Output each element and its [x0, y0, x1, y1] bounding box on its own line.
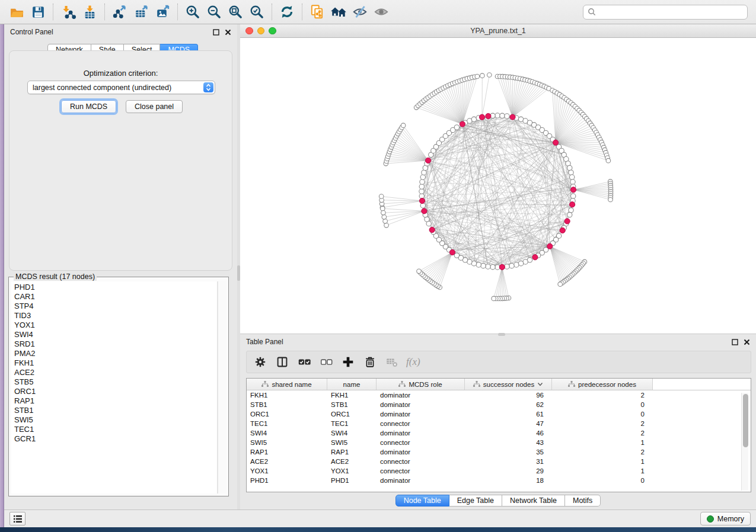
result-node-item[interactable]: SWI4 — [14, 330, 217, 339]
search-icon — [588, 8, 596, 16]
close-panel-icon[interactable] — [225, 29, 231, 36]
column-header-label: successor nodes — [483, 381, 534, 388]
table-row[interactable]: TEC1TEC1connector472 — [247, 419, 751, 428]
float-panel-icon[interactable] — [732, 339, 738, 345]
zoom-fit-icon[interactable] — [225, 2, 246, 22]
delete-column-icon[interactable] — [361, 353, 379, 371]
result-node-item[interactable]: STB1 — [14, 406, 217, 415]
network-graph[interactable] — [240, 38, 756, 334]
import-network-icon[interactable] — [58, 2, 79, 22]
create-column-icon[interactable] — [339, 353, 357, 371]
cell-successor-nodes: 96 — [465, 392, 552, 399]
cell-name: SWI4 — [327, 430, 377, 437]
result-node-item[interactable]: FKH1 — [14, 358, 217, 368]
result-node-item[interactable]: PHD1 — [14, 283, 217, 292]
cell-MCDS-role: dominator — [377, 411, 465, 418]
refresh-icon[interactable] — [276, 2, 298, 22]
cell-predecessor-nodes: 0 — [552, 401, 653, 408]
select-all-rows-icon[interactable] — [295, 353, 313, 371]
cell-successor-nodes: 61 — [465, 411, 552, 418]
mcds-result-scrollbar[interactable] — [218, 281, 226, 493]
show-columns-icon[interactable] — [273, 353, 291, 371]
network-titlebar[interactable]: YPA_prune.txt_1 — [240, 24, 756, 38]
result-node-item[interactable]: SRD1 — [14, 339, 217, 349]
tab-edge-table[interactable]: Edge Table — [449, 495, 502, 507]
tab-motifs[interactable]: Motifs — [565, 495, 601, 507]
sort-descending-icon — [537, 382, 543, 386]
column-header-successor-nodes[interactable]: successor nodes — [465, 379, 552, 390]
table-scrollbar-thumb[interactable] — [743, 394, 748, 447]
criterion-dropdown[interactable]: largest connected component (undirected) — [27, 81, 215, 94]
tab-network-table[interactable]: Network Table — [502, 495, 565, 507]
table-row[interactable]: FKH1FKH1dominator962 — [247, 390, 751, 400]
cell-shared-name: SWI5 — [247, 439, 327, 446]
column-header-MCDS-role[interactable]: MCDS role — [377, 379, 465, 390]
table-row[interactable]: STB1STB1dominator620 — [247, 400, 751, 409]
open-file-icon[interactable] — [6, 2, 27, 22]
table-row[interactable]: PHD1PHD1dominator180 — [247, 476, 751, 485]
search-input[interactable] — [599, 8, 743, 16]
result-node-item[interactable]: GCR1 — [14, 434, 217, 444]
result-node-item[interactable]: STP4 — [14, 302, 217, 311]
result-node-item[interactable]: PMA2 — [14, 349, 217, 358]
cell-shared-name: SWI4 — [247, 430, 327, 437]
table-tabs: Node TableEdge TableNetwork TableMotifs — [240, 495, 756, 507]
zoom-selected-icon[interactable] — [246, 2, 267, 22]
result-node-item[interactable]: TID3 — [14, 311, 217, 321]
network-window: YPA_prune.txt_1 — [240, 24, 756, 334]
table-row[interactable]: SWI5SWI5connector431 — [247, 438, 751, 447]
first-neighbors-icon[interactable] — [328, 2, 349, 22]
result-node-item[interactable]: YOX1 — [14, 321, 217, 330]
task-history-button[interactable] — [9, 512, 25, 525]
column-header-shared-name[interactable]: shared name — [247, 379, 327, 390]
table-panel-titlebar: Table Panel — [240, 334, 756, 350]
column-header-predecessor-nodes[interactable]: predecessor nodes — [552, 379, 653, 390]
result-node-item[interactable]: STB5 — [14, 377, 217, 387]
hide-selected-icon[interactable] — [349, 2, 371, 22]
copy-style-icon[interactable] — [307, 2, 328, 22]
toolbar-separator — [302, 4, 302, 20]
search-box[interactable] — [583, 5, 748, 20]
cell-name: TEC1 — [327, 420, 377, 427]
memory-button[interactable]: Memory — [700, 512, 751, 525]
cell-MCDS-role: dominator — [377, 401, 465, 408]
result-node-item[interactable]: SWI5 — [14, 415, 217, 425]
memory-label: Memory — [717, 515, 744, 523]
zoom-in-icon[interactable] — [182, 2, 203, 22]
run-mcds-button[interactable]: Run MCDS — [61, 100, 116, 113]
save-session-icon[interactable] — [27, 2, 49, 22]
control-panel-title: Control Panel — [10, 28, 53, 36]
table-row[interactable]: ORC1ORC1dominator610 — [247, 409, 751, 419]
result-node-item[interactable]: TEC1 — [14, 425, 217, 434]
mcds-result-group: MCDS result (17 nodes) PHD1CAR1STP4TID3Y… — [8, 277, 229, 496]
show-all-icon[interactable] — [371, 2, 392, 22]
close-panel-button[interactable]: Close panel — [126, 100, 183, 113]
export-image-icon[interactable] — [152, 2, 173, 22]
cell-predecessor-nodes: 1 — [552, 439, 653, 446]
import-table-icon[interactable] — [79, 2, 100, 22]
table-scrollbar[interactable] — [741, 393, 748, 491]
mcds-result-list[interactable]: PHD1CAR1STP4TID3YOX1SWI4SRD1PMA2FKH1ACE2… — [11, 281, 218, 493]
table-toolbar: f(x) — [246, 351, 751, 373]
deselect-all-rows-icon[interactable] — [317, 353, 335, 371]
export-table-icon[interactable] — [130, 2, 152, 22]
cell-predecessor-nodes: 2 — [552, 430, 653, 437]
result-node-item[interactable]: ACE2 — [14, 368, 217, 377]
close-panel-icon[interactable] — [744, 339, 750, 345]
float-panel-icon[interactable] — [213, 29, 219, 36]
tab-node-table[interactable]: Node Table — [395, 495, 449, 507]
table-row[interactable]: SWI4SWI4dominator462 — [247, 428, 751, 438]
table-row[interactable]: YOX1YOX1connector291 — [247, 466, 751, 476]
export-network-icon[interactable] — [109, 2, 130, 22]
table-row[interactable]: RAP1RAP1dominator352 — [247, 447, 751, 457]
result-node-item[interactable]: RAP1 — [14, 396, 217, 406]
table-row[interactable]: ACE2ACE2connector311 — [247, 457, 751, 466]
table-settings-gear-icon[interactable] — [251, 353, 269, 371]
cell-shared-name: ACE2 — [247, 458, 327, 465]
result-node-item[interactable]: CAR1 — [14, 292, 217, 302]
column-header-name[interactable]: name — [327, 379, 377, 390]
network-canvas[interactable] — [240, 38, 756, 334]
zoom-out-icon[interactable] — [203, 2, 225, 22]
horizontal-splitter-grip[interactable] — [498, 333, 505, 336]
result-node-item[interactable]: ORC1 — [14, 387, 217, 396]
